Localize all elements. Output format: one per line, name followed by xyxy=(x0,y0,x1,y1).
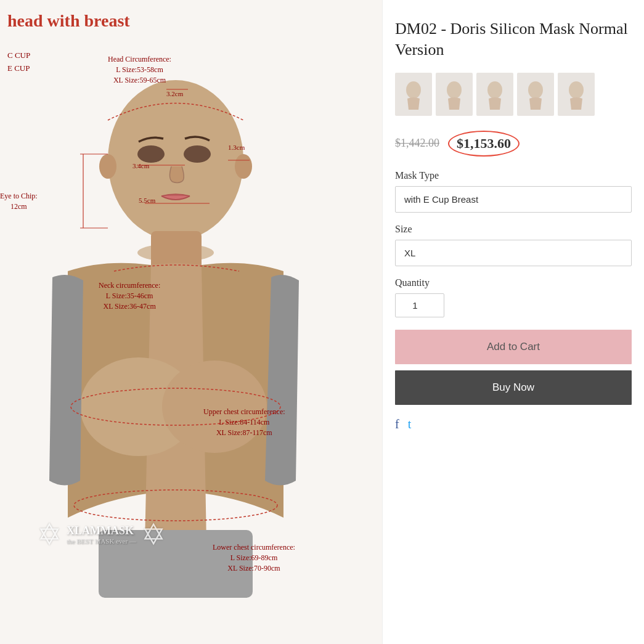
svg-point-3 xyxy=(184,145,211,163)
neck-circ-label: Neck circumference: L Size:35-46cm XL Si… xyxy=(99,280,160,311)
brand-name: XLAMMASK xyxy=(67,524,136,537)
eye-to-chip-label: Eye to Chip: 12cm xyxy=(0,191,38,212)
dim4-label: 5.5cm xyxy=(139,196,155,205)
dim2-label: 1.3cm xyxy=(228,143,245,152)
svg-point-5 xyxy=(235,154,252,179)
thumbnail-4[interactable] xyxy=(517,73,554,116)
svg-point-4 xyxy=(99,154,116,179)
product-details-panel: DM02 - Doris Silicon Mask Normal Version xyxy=(382,0,644,644)
head-circ-label: Head Circumference: L Size:53-58cm XL Si… xyxy=(108,54,171,85)
star-icon-right: ✡ xyxy=(141,517,166,552)
thumbnail-3[interactable] xyxy=(476,73,513,116)
dim1-label: 3.2cm xyxy=(166,89,183,99)
brand-tagline: the BEST MASK ever — xyxy=(67,537,136,545)
mannequin-illustration xyxy=(18,12,351,604)
mask-type-select[interactable]: with E Cup Breast xyxy=(395,186,632,213)
size-label: Size xyxy=(395,224,632,235)
product-image-panel: head with breast C CUP E CUP xyxy=(0,0,382,644)
svg-point-1 xyxy=(108,80,243,240)
price-section: $1,442.00 $1,153.60 xyxy=(395,131,632,157)
svg-point-19 xyxy=(406,81,421,99)
lower-chest-label: Lower chest circumference: L Size:69-89c… xyxy=(213,542,295,573)
social-share-row: f t xyxy=(395,417,632,431)
quantity-input[interactable] xyxy=(395,293,444,317)
sale-price: $1,153.60 xyxy=(448,131,520,157)
twitter-share-icon[interactable]: t xyxy=(408,417,412,431)
watermark: ✡ XLAMMASK the BEST MASK ever — ✡ xyxy=(37,517,166,552)
mask-type-label: Mask Type xyxy=(395,170,632,181)
quantity-label: Quantity xyxy=(395,277,632,288)
size-select[interactable]: XL xyxy=(395,240,632,266)
dim3-label: 3.4cm xyxy=(132,161,149,171)
facebook-share-icon[interactable]: f xyxy=(395,417,399,431)
star-icon-left: ✡ xyxy=(37,517,62,552)
svg-point-2 xyxy=(137,145,165,163)
svg-point-22 xyxy=(528,81,543,99)
svg-point-20 xyxy=(447,81,462,99)
original-price: $1,442.00 xyxy=(395,137,439,150)
buy-now-button[interactable]: Buy Now xyxy=(395,370,632,405)
thumbnail-strip xyxy=(395,73,632,116)
product-title: DM02 - Doris Silicon Mask Normal Version xyxy=(395,18,632,60)
thumbnail-1[interactable] xyxy=(395,73,432,116)
add-to-cart-button[interactable]: Add to Cart xyxy=(395,330,632,364)
svg-point-23 xyxy=(569,81,584,99)
upper-chest-label: Upper chest circumference: L Size:84-114… xyxy=(203,407,285,438)
thumbnail-2[interactable] xyxy=(436,73,473,116)
thumbnail-5[interactable] xyxy=(558,73,595,116)
svg-point-21 xyxy=(487,81,502,99)
